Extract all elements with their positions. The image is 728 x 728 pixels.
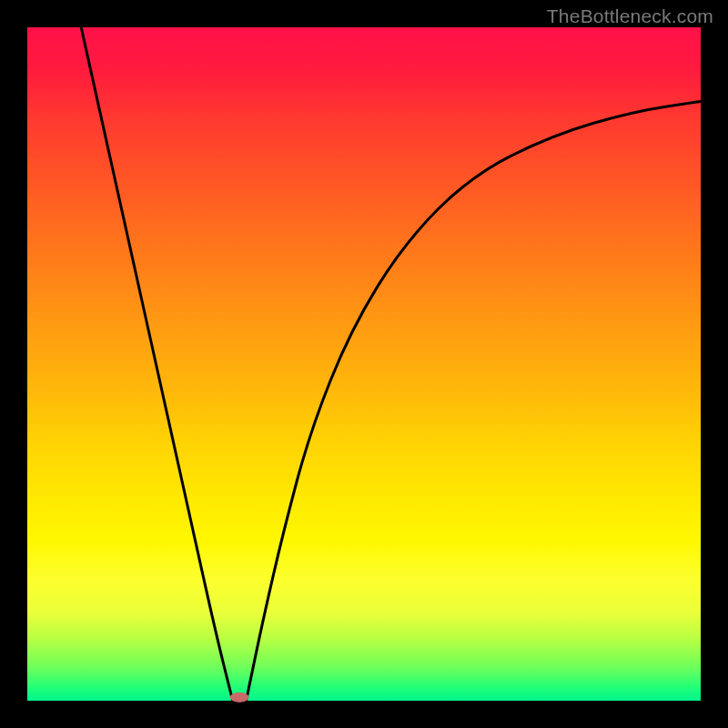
left-branch-curve [81,27,233,701]
plot-area [27,27,701,701]
chart-root: TheBottleneck.com [0,0,728,728]
watermark-text: TheBottleneck.com [547,5,713,27]
curve-layer [27,27,701,701]
right-branch-curve [247,101,702,701]
min-marker [230,693,248,702]
